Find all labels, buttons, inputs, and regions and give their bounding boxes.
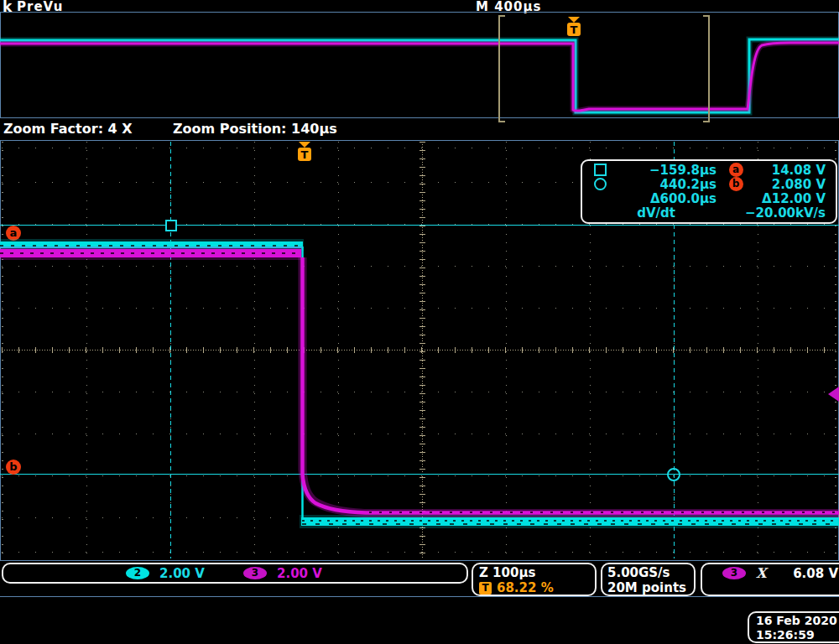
svg-text:T: T bbox=[301, 148, 309, 161]
oscilloscope-screen: k PreVu M 400μs Zoom Factor: 4 X Zoom Po… bbox=[0, 0, 839, 644]
marker-overlay: T bbox=[0, 0, 839, 644]
cursor-a-readout-row: −159.8μs a 14.08 V bbox=[582, 163, 836, 177]
cursor-delta-row: Δ600.0μs Δ12.00 V bbox=[582, 191, 836, 205]
cursor-readout-box[interactable]: −159.8μs a 14.08 V 440.2μs b 2.080 V Δ60… bbox=[581, 159, 837, 224]
trigger-position-marker-zoom[interactable]: T bbox=[298, 142, 311, 161]
circle-cursor-icon bbox=[594, 178, 607, 190]
dv-dt-value: −20.00kV/s bbox=[745, 205, 836, 221]
square-cursor-icon bbox=[594, 164, 607, 176]
cursor-a-time: −159.8μs bbox=[618, 163, 717, 178]
cursor-b-voltage: 2.080 V bbox=[755, 177, 836, 192]
trigger-level-arrow-icon[interactable] bbox=[828, 387, 839, 402]
cursor-b-readout-row: 440.2μs b 2.080 V bbox=[582, 177, 836, 191]
delta-voltage: Δ12.00 V bbox=[755, 191, 836, 206]
delta-time: Δ600.0μs bbox=[618, 191, 717, 206]
cursor-b-time: 440.2μs bbox=[618, 177, 717, 192]
cursor-a-voltage: 14.08 V bbox=[755, 163, 836, 178]
slew-rate-row: dV/dt −20.00kV/s bbox=[582, 205, 836, 220]
cursor-b-readout-badge: b bbox=[729, 177, 743, 191]
cursor-a-readout-badge: a bbox=[729, 163, 743, 177]
dv-dt-label: dV/dt bbox=[615, 205, 708, 221]
